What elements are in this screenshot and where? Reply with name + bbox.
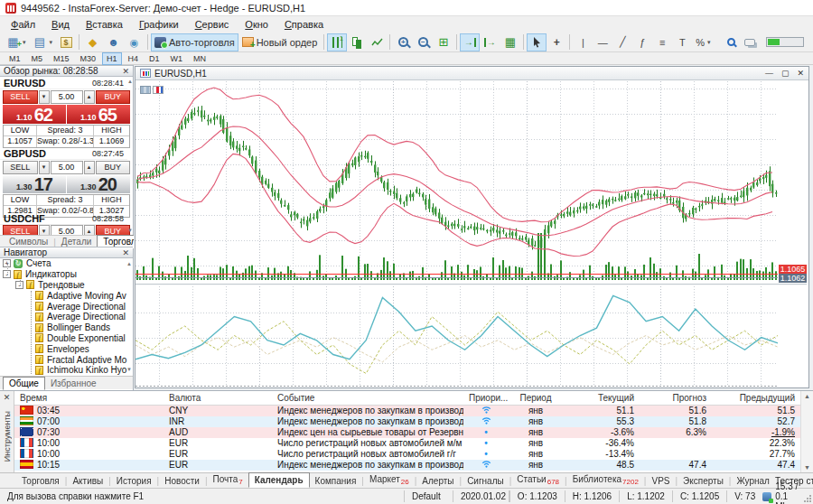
buy-button[interactable]: BUY bbox=[96, 161, 131, 174]
scroll-down-icon[interactable]: ▼ bbox=[804, 464, 810, 471]
toolbox-tab-сигналы[interactable]: Сигналы bbox=[462, 474, 509, 488]
menu-Вид[interactable]: Вид bbox=[43, 18, 78, 31]
symbol-row-eurusd[interactable]: EURUSD 08:28:41 bbox=[0, 78, 127, 89]
toolbox-tab-новости[interactable]: Новости bbox=[159, 474, 205, 488]
profiles-button[interactable]: ▤▾ bbox=[30, 33, 57, 51]
minimize-icon[interactable]: — bbox=[765, 70, 773, 78]
menu-Вставка[interactable]: Вставка bbox=[78, 18, 131, 31]
toolbox-tab-библиотека[interactable]: Библиотека7202 bbox=[567, 472, 644, 489]
horizontal-line-button[interactable]: — bbox=[593, 33, 612, 51]
sell-button[interactable]: SELL bbox=[3, 90, 38, 104]
vertical-line-button[interactable]: | bbox=[573, 33, 593, 51]
timeframe-M15[interactable]: M15 bbox=[49, 52, 74, 65]
bars-chart-button[interactable]: 1 bbox=[327, 33, 347, 51]
price-chart-canvas[interactable] bbox=[136, 81, 807, 387]
toolbox-tab-компания[interactable]: Компания bbox=[310, 474, 362, 488]
calendar-col-header[interactable]: Период bbox=[509, 391, 563, 405]
volume-up-button[interactable]: ▲ bbox=[84, 90, 95, 104]
calendar-scrollbar[interactable]: ▲ ▼ bbox=[800, 391, 813, 472]
menu-Графики[interactable]: Графики bbox=[131, 18, 187, 31]
tree-item-average-directional[interactable]: fAverage Directional bbox=[0, 301, 133, 312]
community-button[interactable]: ☻ bbox=[103, 33, 124, 51]
calendar-col-header[interactable]: Время bbox=[14, 391, 164, 405]
search-button[interactable] bbox=[721, 33, 741, 51]
toolbox-tab-активы[interactable]: Активы bbox=[67, 474, 108, 488]
chart-window-titlebar[interactable]: EURUSD,H1 — ▢ ✕ bbox=[136, 67, 808, 80]
tree-item-bollinger-bands[interactable]: fBollinger Bands bbox=[0, 322, 133, 333]
volume-input[interactable]: 5.00 bbox=[51, 161, 83, 174]
volume-down-button[interactable]: ▼ bbox=[39, 161, 50, 174]
calendar-col-header[interactable]: Приори... bbox=[463, 391, 509, 405]
chart-shift-button[interactable]: → bbox=[480, 33, 500, 51]
tree-item-average-directional[interactable]: fAverage Directional bbox=[0, 312, 133, 322]
refresh-quotes-button[interactable]: $ bbox=[56, 33, 76, 51]
buy-button[interactable]: BUY bbox=[96, 90, 131, 104]
close-icon[interactable]: ✕ bbox=[122, 67, 129, 76]
calendar-col-header[interactable]: Событие bbox=[272, 391, 463, 405]
menu-Файл[interactable]: Файл bbox=[3, 18, 43, 31]
calendar-event-row[interactable]: 10:00EURЧисло регистраций новых автомоби… bbox=[14, 438, 800, 449]
volume-up-button[interactable]: ▲ bbox=[84, 161, 95, 174]
menu-Справка[interactable]: Справка bbox=[276, 18, 332, 31]
tree-item-double-exponential[interactable]: fDouble Exponential bbox=[0, 333, 133, 344]
auto-trading-toggle[interactable]: Авто-торговля bbox=[151, 33, 238, 51]
tree-item-envelopes[interactable]: fEnvelopes bbox=[0, 343, 133, 354]
calendar-event-row[interactable]: 10:00EURЧисло регистраций новых автомоби… bbox=[14, 449, 800, 460]
toolbox-tab-маркет[interactable]: Маркет26 bbox=[364, 472, 415, 489]
crosshair-tool-button[interactable]: + bbox=[547, 33, 566, 51]
toolbox-tab-vps[interactable]: VPS bbox=[646, 474, 675, 488]
fibonacci-button[interactable]: ƒ bbox=[632, 33, 652, 51]
tree-item-счета[interactable]: +↻Счета bbox=[0, 258, 133, 269]
timeframe-D1[interactable]: D1 bbox=[145, 52, 164, 65]
tree-item-fractal-adaptive-mo[interactable]: fFractal Adaptive Mo bbox=[0, 354, 133, 365]
calendar-event-row[interactable]: 07:00INRИндекс менеджеров по закупкам в … bbox=[14, 416, 800, 427]
calendar-event-row[interactable]: 03:45CNYИндекс менеджеров по закупкам в … bbox=[14, 406, 800, 416]
toolbox-tab-торговля[interactable]: Торговля bbox=[16, 474, 65, 488]
tab-favorites[interactable]: Избранное bbox=[45, 378, 102, 389]
volume-down-button[interactable]: ▼ bbox=[39, 90, 50, 104]
toolbox-tab-календарь[interactable]: Календарь bbox=[248, 472, 310, 488]
calendar-event-row[interactable]: 07:30AUDИндекс цен на сырьевые товары от… bbox=[14, 427, 800, 438]
maximize-icon[interactable]: ▢ bbox=[781, 70, 790, 78]
timeframe-H1[interactable]: H1 bbox=[102, 52, 122, 65]
bid-price-button[interactable]: 1.10 62 bbox=[3, 105, 66, 124]
timeframe-M1[interactable]: M1 bbox=[5, 52, 25, 65]
symbol-row-usdchf[interactable]: USDCHF 08:28:58 bbox=[0, 213, 127, 225]
one-click-trading-icon[interactable] bbox=[140, 86, 151, 94]
symbol-row-gbpusd[interactable]: GBPUSD 08:27:45 bbox=[0, 148, 127, 160]
calendar-event-row[interactable]: 10:15EURИндекс менеджеров по закупкам в … bbox=[14, 460, 800, 471]
zoom-out-button[interactable]: − bbox=[413, 33, 433, 51]
timeframe-MN[interactable]: MN bbox=[189, 52, 210, 65]
calendar-col-header[interactable]: Предыдущий bbox=[712, 391, 800, 405]
bid-price-button[interactable]: 1.30 17 bbox=[3, 175, 66, 193]
scroll-down-icon[interactable]: ▼ bbox=[127, 228, 133, 233]
toolbox-tab-эксперты[interactable]: Эксперты bbox=[678, 474, 729, 488]
timeframe-M30[interactable]: M30 bbox=[76, 52, 101, 65]
menu-Окно[interactable]: Окно bbox=[237, 18, 276, 31]
tab-common[interactable]: Общие bbox=[3, 377, 45, 390]
status-profile[interactable]: Default bbox=[405, 491, 453, 501]
close-icon[interactable]: ✕ bbox=[122, 248, 129, 257]
tree-item-ichimoku-kinko-hyo[interactable]: fIchimoku Kinko Hyo bbox=[0, 365, 133, 376]
tree-item-индикаторы[interactable]: -fИндикаторы bbox=[0, 269, 133, 280]
candles-chart-button[interactable] bbox=[347, 33, 367, 51]
volume-input[interactable]: 5.00 bbox=[51, 90, 83, 104]
resize-grip[interactable] bbox=[803, 494, 812, 503]
auto-scroll-button[interactable]: → bbox=[460, 33, 480, 51]
calendar-col-header[interactable]: Валюта bbox=[164, 391, 272, 405]
toolbox-tab-почта[interactable]: Почта7 bbox=[208, 472, 248, 489]
new-chart-button[interactable]: ▦▾ bbox=[3, 33, 30, 51]
sell-button[interactable]: SELL bbox=[3, 161, 38, 174]
depth-of-market-icon[interactable] bbox=[153, 86, 164, 94]
indicators-dialog-button[interactable]: ▦ bbox=[500, 33, 520, 51]
toolbox-tab-алерты[interactable]: Алерты bbox=[416, 474, 459, 488]
menu-Сервис[interactable]: Сервис bbox=[187, 18, 238, 31]
scroll-up-icon[interactable]: ▲ bbox=[127, 79, 133, 84]
timeframe-W1[interactable]: W1 bbox=[166, 52, 188, 65]
ask-price-button[interactable]: 1.30 20 bbox=[67, 175, 130, 193]
signals-button[interactable]: ◉ bbox=[124, 33, 145, 51]
text-tool-button[interactable]: T bbox=[672, 33, 692, 51]
new-order-button[interactable]: Новый ордер bbox=[238, 33, 322, 51]
timeframe-M5[interactable]: M5 bbox=[27, 52, 48, 65]
cursor-tool-button[interactable] bbox=[527, 33, 547, 51]
